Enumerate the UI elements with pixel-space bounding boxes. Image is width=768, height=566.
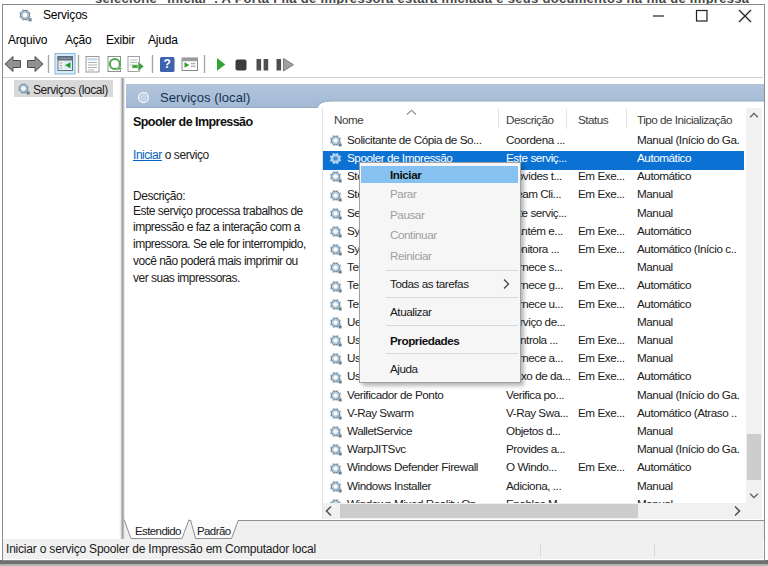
svg-text:?: ? bbox=[164, 57, 171, 71]
